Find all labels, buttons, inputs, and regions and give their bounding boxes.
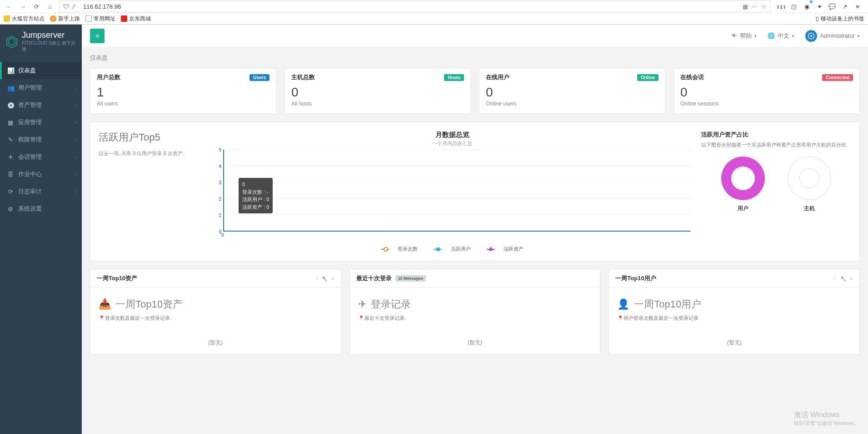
legend-item[interactable]: 活跃资产: [483, 246, 527, 252]
menu-icon[interactable]: ≡: [853, 1, 863, 11]
mobile-bookmarks-label: 移动设备上的书签: [821, 15, 864, 23]
donut-host-chart[interactable]: [788, 156, 831, 200]
help-icon: 👁: [731, 32, 737, 39]
panel-h2: ✈登录记录: [358, 298, 592, 311]
wrench-icon[interactable]: 🔧: [840, 276, 846, 281]
chevron-left-icon: ‹: [75, 172, 76, 177]
insecure-icon: ⁄: [73, 3, 80, 10]
sidebar-item-label: 用户管理: [18, 84, 42, 92]
stat-card-1: 主机总数Hosts0All hosts: [284, 68, 471, 114]
user-menu[interactable]: Administrator ▾: [805, 30, 860, 42]
inbox-icon: 📥: [99, 298, 111, 310]
sidebar-item-2[interactable]: 💿资产管理‹: [0, 96, 82, 114]
close-icon[interactable]: ✕: [849, 276, 853, 281]
bookmark-firefox[interactable]: 火狐官方站点: [4, 15, 45, 23]
bookmark-common[interactable]: 常用网址: [85, 15, 115, 23]
panel-logins: 最近十次登录 10 Messages ✈登录记录 📍最近十次登录记录. (暂无): [349, 269, 601, 354]
more-icon[interactable]: ⋯: [752, 3, 758, 10]
star-icon[interactable]: ☆: [761, 3, 767, 10]
qr-icon[interactable]: ▦: [743, 3, 748, 10]
nav-list: 📊仪表盘👥用户管理‹💿资产管理‹▦应用管理‹✎权限管理‹✈会话管理‹🗄作业中心‹…: [0, 62, 82, 217]
home-button[interactable]: ⌂: [44, 0, 56, 12]
bookmark-jd[interactable]: 京东商城: [121, 15, 151, 23]
watermark-line1: 激活 Windows: [794, 410, 859, 420]
sidebar-item-5[interactable]: ✈会话管理‹: [0, 148, 82, 166]
sidebar-item-label: 系统设置: [18, 205, 42, 213]
language-menu[interactable]: 🌐中文▾: [768, 32, 794, 40]
collapse-icon[interactable]: ˄: [316, 276, 318, 281]
legend-marker-icon: [381, 247, 389, 251]
sidebar-item-icon: ✈: [7, 154, 14, 161]
sidebar-item-label: 日志审计: [18, 187, 42, 196]
chart-area: 月数据总览 一个月内历史汇总 012345 0 登录次数 : -: [214, 131, 690, 252]
mobile-bookmarks[interactable]: ▯移动设备上的书签: [816, 15, 864, 23]
sidebar-item-label: 会话管理: [18, 153, 42, 161]
page: Jumpserver FIT2CLOUD飞致云 旗下品牌 📊仪表盘👥用户管理‹💿…: [0, 25, 868, 434]
globe-icon: 🌐: [768, 32, 775, 39]
sidebar-item-8[interactable]: ⚙系统设置: [0, 200, 82, 217]
logo-area[interactable]: Jumpserver FIT2CLOUD飞致云 旗下品牌: [0, 25, 82, 59]
sidebar-item-7[interactable]: ⟳日志审计‹: [0, 183, 82, 200]
stat-value: 0: [680, 85, 853, 100]
user-icon: 👤: [617, 298, 629, 310]
legend-item[interactable]: 活跃用户: [430, 246, 474, 252]
bookmark-newbie[interactable]: 新手上路: [50, 15, 80, 23]
panel-head: 一周Top10资产 ˄ 🔧 ✕: [90, 270, 341, 288]
back-button[interactable]: ←: [3, 0, 15, 12]
wrench-icon[interactable]: 🔧: [322, 276, 327, 281]
panel-h2-text: 一周Top10用户: [634, 298, 701, 311]
panel-body: ✈登录记录 📍最近十次登录记录.: [350, 288, 600, 332]
reload-button[interactable]: ⟳: [30, 0, 43, 12]
stat-card-0: 用户总数Users1All users: [90, 68, 276, 114]
sidebar-toggle-button[interactable]: ≡: [90, 29, 105, 43]
extension1-icon[interactable]: ✦: [814, 1, 824, 11]
pin-icon: 📍: [617, 315, 624, 321]
sync-icon[interactable]: ◉: [802, 1, 812, 11]
browser-chrome: ← → ⟳ ⌂ 🛡 ⁄ 116.62.178.96 ▦ ⋯ ☆ ⫾⫿⫾ ◫ ◉ …: [0, 0, 868, 25]
sidebar: Jumpserver FIT2CLOUD飞致云 旗下品牌 📊仪表盘👥用户管理‹💿…: [0, 25, 82, 434]
sidebar-item-0[interactable]: 📊仪表盘: [0, 62, 82, 79]
sidebar-item-label: 权限管理: [18, 136, 42, 144]
forward-button[interactable]: →: [16, 0, 29, 12]
sidebar-item-icon: 📊: [7, 67, 14, 74]
sidebar-icon[interactable]: ◫: [789, 1, 799, 11]
panel-meta: 📍登录次数及最近一次登录记录.: [99, 315, 333, 322]
donuts: 用户 主机: [701, 156, 851, 212]
tooltip-line: 登录次数 : -: [242, 188, 269, 196]
bookmark-label: 新手上路: [58, 15, 80, 23]
donut-user-chart[interactable]: [721, 156, 765, 200]
stat-card-2: 在线用户Online0Online users: [479, 68, 665, 114]
sidebar-item-3[interactable]: ▦应用管理‹: [0, 114, 82, 131]
close-icon[interactable]: ✕: [331, 276, 334, 281]
y-tick: 4: [219, 164, 221, 169]
sidebar-item-4[interactable]: ✎权限管理‹: [0, 131, 82, 148]
brand-sub: FIT2CLOUD飞致云 旗下品牌: [22, 40, 76, 53]
chart-canvas[interactable]: 0 登录次数 : - 活跃用户 : 0 活跃资产 : 0: [223, 150, 690, 232]
panel-title: 一周Top10资产: [97, 274, 137, 283]
top5-panel: 活跃用户Top5 过去一周, 共有 0 位用户登录 0 次资产.: [99, 131, 203, 252]
library-icon[interactable]: ⫾⫿⫾: [776, 1, 786, 11]
tooltip-title: 0: [242, 181, 269, 188]
panel-h2-text: 一周Top10资产: [115, 298, 183, 311]
sidebar-item-1[interactable]: 👥用户管理‹: [0, 79, 82, 96]
legend-item[interactable]: 登录次数: [377, 246, 421, 252]
collapse-icon[interactable]: ˄: [834, 276, 837, 281]
tooltip-line: 活跃用户 : 0: [242, 196, 269, 203]
panel-body: 📥一周Top10资产 📍登录次数及最近一次登录记录.: [90, 288, 341, 332]
pin-icon: 📍: [99, 315, 105, 321]
logo-icon: [5, 35, 18, 49]
topbar-right: 👁帮助▾ 🌐中文▾ Administrator ▾: [731, 30, 860, 42]
chat-icon[interactable]: 💬: [827, 1, 837, 11]
legend-marker-icon: [487, 247, 495, 251]
stat-value: 0: [291, 85, 464, 100]
stat-title: 主机总数: [291, 73, 315, 81]
help-menu[interactable]: 👁帮助▾: [731, 32, 757, 40]
share-icon[interactable]: ↗: [840, 1, 850, 11]
stat-badge: Users: [249, 74, 269, 81]
sidebar-item-6[interactable]: 🗄作业中心‹: [0, 166, 82, 183]
sidebar-item-icon: ✎: [7, 136, 14, 143]
mid-row: 活跃用户Top5 过去一周, 共有 0 位用户登录 0 次资产. 月数据总览 一…: [90, 122, 860, 261]
chevron-left-icon: ‹: [75, 189, 76, 194]
url-bar[interactable]: 🛡 ⁄ 116.62.178.96 ▦ ⋯ ☆: [59, 0, 771, 12]
sidebar-item-icon: 💿: [7, 102, 14, 109]
